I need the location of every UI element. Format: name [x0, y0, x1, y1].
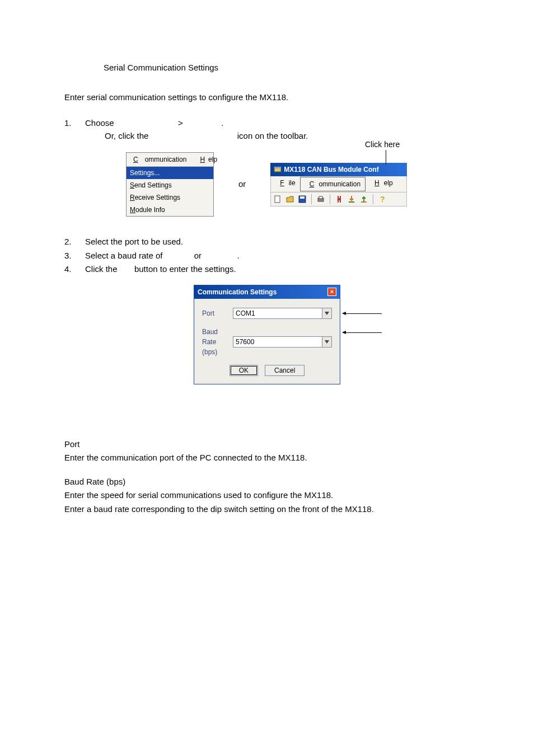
- print-icon[interactable]: [316, 195, 325, 204]
- menu-label: ommunication: [142, 154, 190, 165]
- menu-file[interactable]: File: [271, 176, 299, 192]
- baud-description: Enter the speed for serial communication…: [64, 489, 470, 502]
- svg-rect-8: [361, 201, 367, 203]
- or-label: or: [238, 178, 246, 191]
- menubar: File Communication Help: [270, 176, 407, 192]
- ok-button[interactable]: OK: [229, 365, 258, 376]
- port-row: Port: [202, 308, 332, 319]
- baud-combobox[interactable]: [233, 336, 332, 348]
- pointer-line: [386, 150, 386, 165]
- menu-item-module-info[interactable]: Module Info: [127, 204, 213, 216]
- step-number: 2.: [64, 236, 85, 248]
- svg-rect-4: [300, 196, 305, 199]
- step-1: 1. Choose > . Or, click the icon on the …: [64, 117, 470, 142]
- toolbar: ?: [270, 192, 407, 206]
- baud-input[interactable]: [233, 337, 322, 347]
- chevron-down-icon[interactable]: [322, 337, 331, 347]
- chevron-down-icon[interactable]: [322, 308, 331, 318]
- menu-help[interactable]: Help: [193, 153, 221, 166]
- step-text: or: [194, 251, 202, 260]
- intro-text: Enter serial communication settings to c…: [64, 91, 470, 104]
- communication-menu: Communication Help Settings... Send Sett…: [126, 152, 214, 217]
- step-number: 1.: [64, 117, 85, 142]
- descriptions: Port Enter the communication port of the…: [64, 438, 470, 516]
- svg-rect-2: [275, 196, 280, 203]
- dialog-title: Communication Settings: [198, 287, 277, 297]
- step-text: Click the: [85, 264, 118, 274]
- close-icon[interactable]: ×: [327, 288, 336, 296]
- new-icon[interactable]: [273, 195, 282, 204]
- figure-row: Click here Communication Help Settings..…: [126, 152, 470, 217]
- menu-communication[interactable]: Communication: [127, 153, 193, 166]
- port-label: Port: [202, 308, 233, 318]
- download-icon[interactable]: [347, 195, 356, 204]
- port-input[interactable]: [233, 308, 322, 318]
- communication-settings-dialog: Communication Settings × Port Baud Rate …: [194, 285, 340, 384]
- step-text: Select the port to be used.: [85, 236, 470, 248]
- baud-label: Baud Rate (bps): [202, 327, 233, 357]
- baud-description-2: Enter a baud rate corresponding to the d…: [64, 503, 470, 516]
- menu-item-settings[interactable]: Settings...: [127, 167, 213, 179]
- help-icon[interactable]: ?: [378, 195, 387, 204]
- step-text: .: [237, 251, 239, 260]
- window-titlebar: MX118 CAN Bus Module Conf: [270, 163, 407, 176]
- step-text: icon on the toolbar.: [237, 131, 308, 140]
- svg-text:?: ?: [380, 195, 385, 204]
- svg-rect-1: [274, 167, 281, 168]
- callout-arrow: [343, 313, 382, 314]
- step-text: button to enter the settings.: [134, 264, 236, 274]
- step-number: 4.: [64, 263, 85, 276]
- save-icon[interactable]: [298, 195, 307, 204]
- port-description: Enter the communication port of the PC c…: [64, 452, 470, 464]
- port-heading: Port: [64, 438, 470, 451]
- toolbar-separator: [373, 194, 373, 204]
- step-text: >: [178, 118, 183, 128]
- connect-icon[interactable]: [335, 195, 344, 204]
- callout-arrow: [343, 332, 382, 333]
- step-2: 2. Select the port to be used.: [64, 236, 470, 248]
- dialog-titlebar: Communication Settings ×: [194, 285, 340, 299]
- click-here-label: Click here: [365, 139, 400, 151]
- app-icon: [274, 166, 282, 173]
- port-combobox[interactable]: [233, 308, 332, 319]
- menu-item-send[interactable]: Send Settings: [127, 179, 213, 191]
- svg-rect-7: [349, 201, 354, 203]
- step-4: 4. Click the button to enter the setting…: [64, 263, 470, 276]
- open-icon[interactable]: [285, 195, 294, 204]
- step-text: Select a baud rate of: [85, 251, 162, 260]
- step-3: 3. Select a baud rate of or .: [64, 250, 470, 262]
- baud-row: Baud Rate (bps): [202, 327, 332, 357]
- app-window-fragment: MX118 CAN Bus Module Conf File Communica…: [270, 163, 407, 206]
- menu-help[interactable]: Help: [366, 176, 397, 192]
- step-text: Or, click the: [105, 131, 148, 140]
- baud-heading: Baud Rate (bps): [64, 476, 470, 489]
- step-text: .: [221, 118, 223, 128]
- cancel-button[interactable]: Cancel: [265, 365, 305, 376]
- svg-rect-6: [319, 196, 322, 199]
- toolbar-separator: [311, 194, 312, 204]
- step-text: Choose: [85, 118, 114, 128]
- window-title: MX118 CAN Bus Module Conf: [284, 165, 378, 175]
- step-number: 3.: [64, 250, 85, 262]
- section-title: Serial Communication Settings: [104, 62, 470, 74]
- upload-icon[interactable]: [359, 195, 368, 204]
- toolbar-separator: [330, 194, 330, 204]
- menu-item-receive[interactable]: Receive Settings: [127, 191, 213, 204]
- menu-communication[interactable]: Communication: [300, 177, 366, 191]
